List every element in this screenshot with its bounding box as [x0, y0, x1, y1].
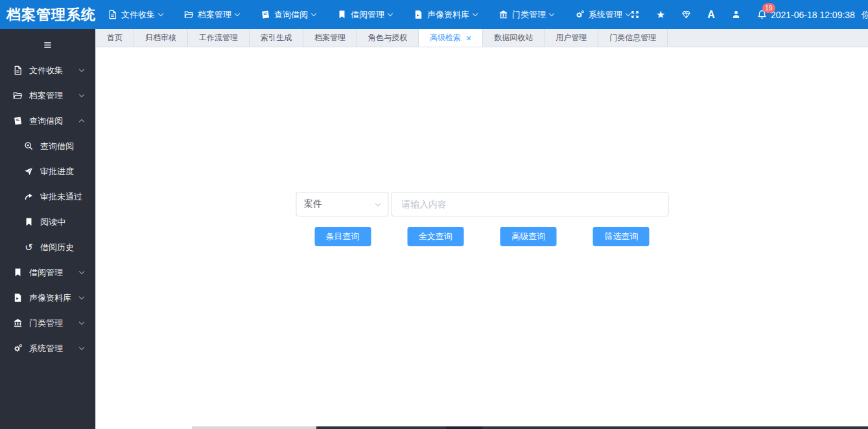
- chevron-down-icon: [79, 67, 84, 72]
- sidebar-item-label: 借阅管理: [29, 267, 63, 279]
- notification-badge: 19: [762, 3, 775, 13]
- category-select-value: 案件: [304, 198, 322, 210]
- sidebar-subitem-borrow-history[interactable]: ↺ 借阅历史: [0, 235, 95, 260]
- book-icon: [261, 10, 270, 19]
- bank-icon: [13, 318, 23, 328]
- sidebar-subitem-reading[interactable]: 阅读中: [0, 209, 95, 235]
- tab-role-auth[interactable]: 角色与授权: [357, 29, 419, 47]
- header-nav-file-collect[interactable]: 文件收集: [108, 9, 163, 21]
- star-icon[interactable]: ★: [656, 10, 665, 20]
- horizontal-scrollbar[interactable]: [192, 426, 868, 429]
- tab-index-generate[interactable]: 索引生成: [250, 29, 303, 47]
- header-nav-category-manage[interactable]: 门类管理: [499, 9, 554, 21]
- app-title: 档案管理系统: [0, 5, 99, 25]
- main-area: 首页 归档审核 工作流管理 索引生成 档案管理 角色与授权 高级检索 × 数据回…: [96, 29, 868, 429]
- bell-icon[interactable]: 19: [757, 10, 767, 19]
- tab-bar: 首页 归档审核 工作流管理 索引生成 档案管理 角色与授权 高级检索 × 数据回…: [96, 29, 868, 47]
- header-nav-archive-manage[interactable]: 档案管理: [184, 9, 239, 21]
- chevron-down-icon: [158, 11, 163, 16]
- tab-archive-manage[interactable]: 档案管理: [303, 29, 357, 47]
- tab-category-info-manage[interactable]: 门类信息管理: [598, 29, 668, 47]
- search-form: 案件 条目查询 全文查询 高级查询 筛选查询: [296, 192, 668, 246]
- header-nav-system-manage[interactable]: 系统管理: [575, 9, 630, 21]
- tab-workflow-manage[interactable]: 工作流管理: [188, 29, 250, 47]
- sidebar-item-query-borrow[interactable]: 查询借阅: [0, 108, 95, 133]
- chevron-down-icon: [79, 294, 84, 299]
- header-nav-borrow-manage[interactable]: 借阅管理: [337, 9, 392, 21]
- sidebar-subitem-approval-rejected[interactable]: 审批未通过: [0, 184, 95, 209]
- sidebar-item-category-manage[interactable]: 门类管理: [0, 310, 95, 336]
- header-utility-icons: ★ A 19: [630, 9, 767, 21]
- book-icon: [13, 116, 23, 126]
- header-nav-media-library[interactable]: 声像资料库: [414, 9, 477, 21]
- scrollbar-thumb[interactable]: [316, 426, 868, 429]
- tab-home[interactable]: 首页: [96, 29, 134, 47]
- redo-arrow-icon: [24, 192, 34, 202]
- tab-advanced-search[interactable]: 高级检索 ×: [419, 29, 483, 47]
- tab-archive-review[interactable]: 归档审核: [134, 29, 188, 47]
- chevron-down-icon: [79, 319, 84, 325]
- gears-icon: [13, 343, 23, 353]
- close-icon[interactable]: ×: [466, 34, 471, 43]
- sidebar-item-label: 档案管理: [29, 90, 63, 102]
- header-nav-label: 门类管理: [512, 9, 546, 21]
- sidebar-item-archive-manage[interactable]: 档案管理: [0, 83, 95, 108]
- file-icon: [13, 65, 23, 75]
- tab-recycle-bin[interactable]: 数据回收站: [483, 29, 545, 47]
- user-icon[interactable]: [731, 10, 741, 19]
- sidebar-item-file-collect[interactable]: 文件收集: [0, 58, 95, 83]
- fulltext-query-button[interactable]: 全文查询: [407, 227, 463, 246]
- sidebar-subitem-label: 查询借阅: [40, 141, 74, 152]
- send-icon: [24, 167, 34, 176]
- sidebar-subitem-label: 审批未通过: [40, 191, 82, 203]
- gears-icon: [575, 10, 585, 19]
- header-nav: 文件收集 档案管理 查询借阅 借阅管理 声像资料库: [108, 9, 630, 21]
- sidebar-subitem-approval-progress[interactable]: 审批进度: [0, 159, 95, 184]
- fullscreen-icon[interactable]: [630, 10, 640, 19]
- history-icon: ↺: [24, 242, 34, 252]
- media-file-icon: [414, 10, 423, 19]
- file-icon: [108, 10, 117, 19]
- sidebar-subitem-query-borrow[interactable]: 查询借阅: [0, 133, 95, 159]
- sidebar-item-label: 查询借阅: [29, 115, 63, 127]
- header-nav-label: 借阅管理: [351, 9, 384, 21]
- header-nav-query-borrow[interactable]: 查询借阅: [261, 9, 316, 21]
- folder-open-icon: [184, 10, 194, 19]
- chevron-down-icon: [79, 269, 84, 274]
- chevron-down-icon: [549, 11, 554, 16]
- chevron-down-icon: [375, 200, 381, 207]
- font-size-icon[interactable]: A: [707, 9, 715, 21]
- sidebar-item-label: 系统管理: [29, 343, 63, 354]
- app-window: 档案管理系统 文件收集 档案管理 查询借阅 借阅管理: [0, 0, 868, 429]
- chevron-down-icon: [79, 345, 84, 350]
- chevron-down-icon: [473, 11, 478, 16]
- advanced-query-button[interactable]: 高级查询: [500, 227, 557, 246]
- folder-open-icon: [13, 91, 23, 100]
- search-plus-icon: [24, 141, 34, 151]
- sidebar-item-system-manage[interactable]: 系统管理: [0, 336, 95, 361]
- sidebar-item-label: 文件收集: [29, 65, 63, 76]
- sidebar-item-borrow-manage[interactable]: 借阅管理: [0, 260, 95, 285]
- bank-icon: [499, 10, 508, 19]
- header-nav-label: 文件收集: [121, 9, 155, 21]
- sidebar-collapse-button[interactable]: [0, 34, 95, 55]
- bookmark-icon: [24, 217, 34, 227]
- sidebar-item-media-library[interactable]: 声像资料库: [0, 285, 95, 310]
- header-nav-label: 查询借阅: [274, 9, 308, 21]
- header-nav-label: 档案管理: [198, 9, 231, 21]
- chevron-down-icon: [79, 92, 84, 97]
- entry-query-button[interactable]: 条目查询: [314, 227, 371, 246]
- content-panel: 案件 条目查询 全文查询 高级查询 筛选查询: [96, 47, 868, 428]
- scrollbar-track: [192, 426, 316, 429]
- search-input[interactable]: [391, 192, 668, 216]
- filter-query-button[interactable]: 筛选查询: [593, 227, 650, 246]
- sidebar-subitem-label: 审批进度: [40, 166, 74, 178]
- sidebar-menu: 文件收集 档案管理 查询借阅 查询借阅 审批进度: [0, 58, 95, 361]
- chevron-down-icon: [311, 11, 316, 16]
- gem-icon[interactable]: [681, 10, 691, 19]
- sidebar-subitem-label: 借阅历史: [40, 242, 74, 253]
- category-select[interactable]: 案件: [296, 192, 388, 216]
- tab-user-manage[interactable]: 用户管理: [545, 29, 598, 47]
- chevron-up-icon: [79, 119, 84, 124]
- sidebar-item-label: 声像资料库: [29, 292, 71, 304]
